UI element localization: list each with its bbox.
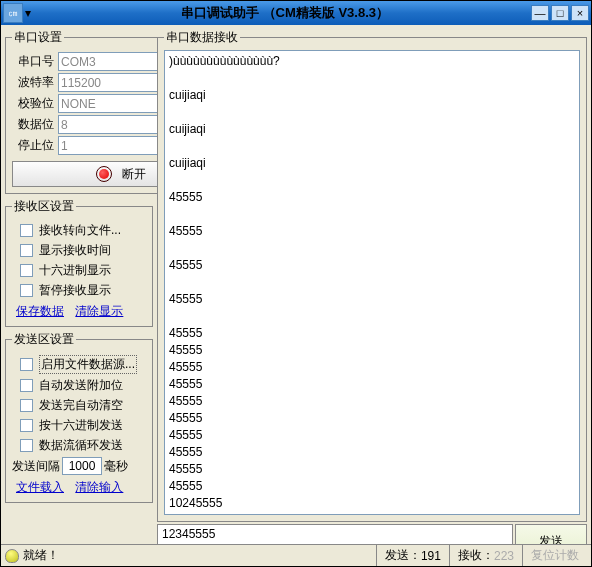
- minimize-button[interactable]: —: [531, 5, 549, 21]
- recv-line: [169, 308, 575, 325]
- recv-line: 45555: [169, 393, 575, 410]
- send-legend: 发送区设置: [12, 331, 76, 348]
- recv-line: 45555: [169, 189, 575, 206]
- rx-label: 接收：: [458, 547, 494, 564]
- record-icon: [96, 166, 112, 182]
- pause-recv-checkbox[interactable]: [20, 284, 33, 297]
- reset-counter-button[interactable]: 复位计数: [522, 545, 587, 566]
- recv-line: [169, 104, 575, 121]
- recv-opt4: 暂停接收显示: [39, 282, 111, 299]
- recv-legend: 接收区设置: [12, 198, 76, 215]
- recv-opt1: 接收转向文件...: [39, 222, 121, 239]
- recv-line: 45555: [169, 223, 575, 240]
- recv-line: 45555: [169, 376, 575, 393]
- app-icon[interactable]: ㎝: [3, 3, 23, 23]
- auto-append-checkbox[interactable]: [20, 379, 33, 392]
- recv-opt3: 十六进制显示: [39, 262, 111, 279]
- recv-line: [169, 70, 575, 87]
- data-recv-group: 串口数据接收 )ùùùùùùùùùùùùùùù? cuijiaqi cuijia…: [157, 29, 587, 522]
- port-label: 串口号: [12, 53, 54, 70]
- recv-line: 45555: [169, 257, 575, 274]
- clear-display-link[interactable]: 清除显示: [75, 304, 123, 318]
- close-button[interactable]: ×: [571, 5, 589, 21]
- recv-line: [169, 206, 575, 223]
- recv-line: 45555: [169, 359, 575, 376]
- hex-display-checkbox[interactable]: [20, 264, 33, 277]
- recv-line: 10245555: [169, 495, 575, 512]
- clear-input-link[interactable]: 清除输入: [75, 480, 123, 494]
- interval-label: 发送间隔: [12, 458, 60, 475]
- send-opt3: 发送完自动清空: [39, 397, 123, 414]
- recv-line: 45555: [169, 444, 575, 461]
- send-input[interactable]: 12345555: [157, 524, 513, 544]
- main-window: ㎝ ▾ 串口调试助手 （CM精装版 V3.8.3） — □ × 串口设置 串口号…: [0, 0, 592, 567]
- loop-send-checkbox[interactable]: [20, 439, 33, 452]
- hex-send-checkbox[interactable]: [20, 419, 33, 432]
- databits-label: 数据位: [12, 116, 54, 133]
- send-opt4: 按十六进制发送: [39, 417, 123, 434]
- send-opt2: 自动发送附加位: [39, 377, 123, 394]
- recv-line: [169, 240, 575, 257]
- recv-line: [169, 274, 575, 291]
- file-load-link[interactable]: 文件载入: [16, 480, 64, 494]
- send-opt5: 数据流循环发送: [39, 437, 123, 454]
- save-data-link[interactable]: 保存数据: [16, 304, 64, 318]
- send-opt1: 启用文件数据源...: [39, 355, 137, 374]
- tx-label: 发送：: [385, 547, 421, 564]
- tx-value: 191: [421, 549, 441, 563]
- recv-line: 45555: [169, 478, 575, 495]
- file-source-checkbox[interactable]: [20, 358, 33, 371]
- baud-label: 波特率: [12, 74, 54, 91]
- serial-legend: 串口设置: [12, 29, 64, 46]
- window-title: 串口调试助手 （CM精装版 V3.8.3）: [41, 4, 529, 22]
- recv-to-file-checkbox[interactable]: [20, 224, 33, 237]
- send-button[interactable]: 发送: [515, 524, 587, 544]
- show-time-checkbox[interactable]: [20, 244, 33, 257]
- recv-line: 45555: [169, 410, 575, 427]
- maximize-button[interactable]: □: [551, 5, 569, 21]
- send-settings-group: 发送区设置 启用文件数据源... 自动发送附加位 发送完自动清空 按十六进制发送…: [5, 331, 153, 503]
- recv-line: 45555: [169, 461, 575, 478]
- titlebar-dropdown-icon[interactable]: ▾: [25, 6, 37, 20]
- recv-line: 45555: [169, 325, 575, 342]
- stopbits-label: 停止位: [12, 137, 54, 154]
- bulb-icon: [5, 549, 19, 563]
- titlebar: ㎝ ▾ 串口调试助手 （CM精装版 V3.8.3） — □ ×: [1, 1, 591, 25]
- rx-value: 223: [494, 549, 514, 563]
- recv-opt2: 显示接收时间: [39, 242, 111, 259]
- client-area: 串口设置 串口号 ▼ 波特率 ▼ 校验位 ▼ 数据位 ▼: [1, 25, 591, 544]
- recv-settings-group: 接收区设置 接收转向文件... 显示接收时间 十六进制显示 暂停接收显示 保存数…: [5, 198, 153, 327]
- interval-input[interactable]: [62, 457, 102, 475]
- auto-clear-checkbox[interactable]: [20, 399, 33, 412]
- parity-label: 校验位: [12, 95, 54, 112]
- statusbar: 就绪！ 发送：191 接收：223 复位计数: [1, 544, 591, 566]
- recv-line: )ùùùùùùùùùùùùùùù?: [169, 53, 575, 70]
- recv-line: cuijiaqi: [169, 155, 575, 172]
- disconnect-label: 断开: [122, 166, 146, 183]
- recv-line: cuijiaqi: [169, 121, 575, 138]
- recv-textarea[interactable]: )ùùùùùùùùùùùùùùù? cuijiaqi cuijiaqi cuij…: [164, 50, 580, 515]
- recv-line: [169, 138, 575, 155]
- interval-unit: 毫秒: [104, 458, 128, 475]
- recv-line: cuijiaqi: [169, 87, 575, 104]
- recv-line: 45555: [169, 342, 575, 359]
- recv-line: 45555: [169, 427, 575, 444]
- recv-line: 45555: [169, 291, 575, 308]
- recv-line: [169, 172, 575, 189]
- status-ready: 就绪！: [23, 547, 59, 564]
- data-legend: 串口数据接收: [164, 29, 240, 46]
